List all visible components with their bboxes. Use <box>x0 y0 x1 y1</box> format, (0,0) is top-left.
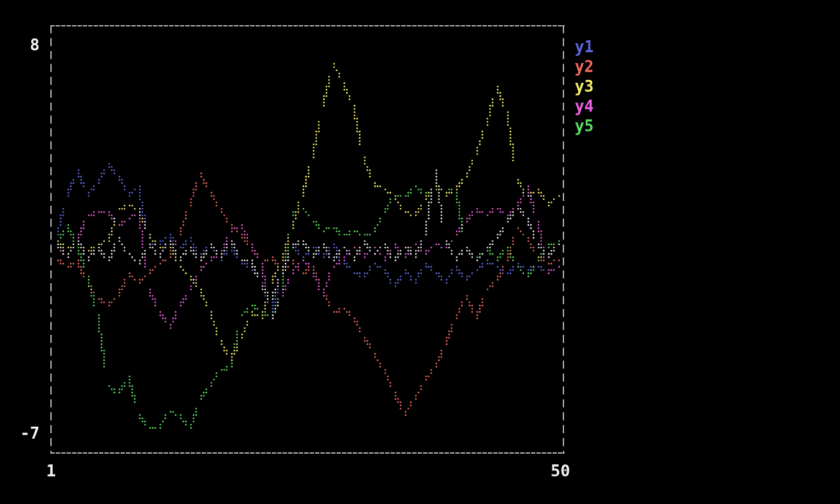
legend-item-y2: y2 <box>575 57 593 77</box>
x-axis-min-label: 1 <box>46 463 64 479</box>
legend-item-y5: y5 <box>575 116 593 136</box>
plot-canvas <box>0 0 840 504</box>
y-axis-min-label: -7 <box>0 425 40 442</box>
terminal-plot: 8 -7 1 50 y1 y2 y3 y4 y5 <box>0 0 840 504</box>
legend-item-y1: y1 <box>575 37 593 57</box>
legend-item-y4: y4 <box>575 97 593 116</box>
y-axis-max-label: 8 <box>0 37 40 53</box>
legend: y1 y2 y3 y4 y5 <box>575 37 593 136</box>
x-axis-max-label: 50 <box>542 463 578 479</box>
legend-item-y3: y3 <box>575 77 593 97</box>
